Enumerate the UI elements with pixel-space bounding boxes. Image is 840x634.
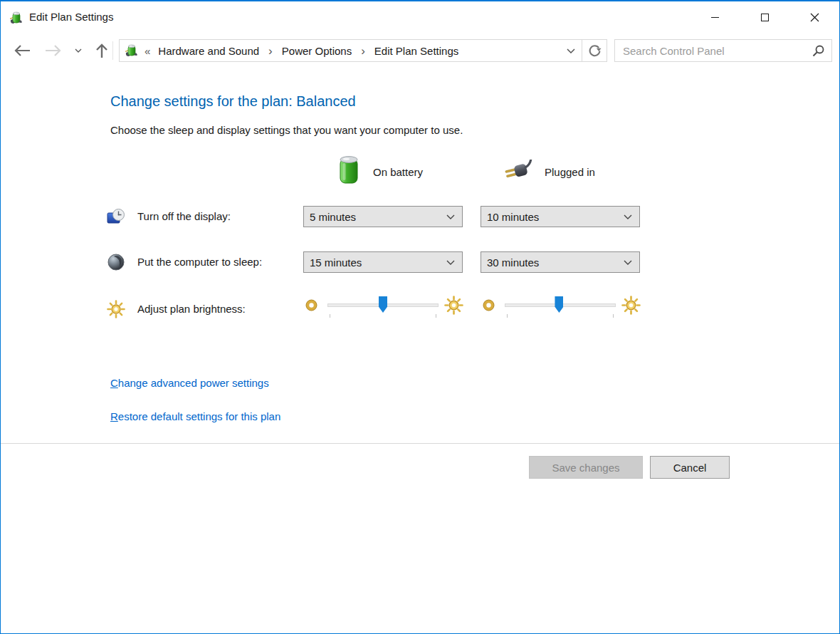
forward-arrow-icon — [44, 44, 63, 57]
slider-tick — [436, 314, 436, 318]
refresh-icon — [588, 44, 602, 58]
brightness-slider-on-battery — [303, 292, 474, 322]
display-plugged-in-select[interactable]: 10 minutes — [481, 206, 640, 227]
brightness-low-icon — [481, 298, 496, 313]
brightness-high-icon — [621, 296, 641, 315]
setting-label-sleep: Put the computer to sleep: — [137, 256, 262, 268]
breadcrumb-item-power-options[interactable]: Power Options — [279, 45, 355, 57]
brightness-slider-thumb-on-battery[interactable] — [379, 296, 387, 313]
close-icon — [810, 13, 819, 22]
navigation-bar: « Hardware and Sound › Power Options › E… — [1, 34, 839, 67]
maximize-button[interactable] — [740, 1, 789, 33]
setting-row-sleep: Put the computer to sleep: 15 minutes 30… — [1, 251, 839, 276]
window-controls — [690, 1, 839, 33]
back-arrow-icon — [13, 44, 31, 57]
search-box — [614, 39, 832, 62]
chevron-down-icon — [446, 260, 455, 265]
breadcrumb-item-edit-plan-settings[interactable]: Edit Plan Settings — [372, 45, 461, 57]
column-header-plugged-in: Plugged in — [545, 166, 595, 178]
moon-icon — [107, 253, 125, 271]
setting-row-brightness: Adjust plan brightness: — [1, 289, 839, 322]
minimize-button[interactable] — [690, 1, 740, 33]
address-dropdown-button[interactable] — [560, 40, 582, 61]
setting-row-display: Turn off the display: 5 minutes 10 minut… — [1, 206, 839, 230]
sleep-on-battery-select[interactable]: 15 minutes — [303, 251, 463, 273]
battery-icon — [338, 154, 359, 185]
recent-pages-button[interactable] — [70, 34, 86, 67]
maximize-icon — [761, 14, 769, 21]
sleep-plugged-in-select[interactable]: 30 minutes — [481, 251, 640, 273]
page-title: Change settings for the plan: Balanced — [110, 93, 356, 110]
brightness-slider-thumb-plugged-in[interactable] — [555, 296, 563, 313]
restore-default-settings-link[interactable]: Restore default settings for this plan — [110, 410, 280, 422]
sun-icon — [107, 300, 125, 318]
display-clock-icon — [107, 207, 125, 226]
display-on-battery-select[interactable]: 5 minutes — [303, 206, 463, 227]
window-title: Edit Plan Settings — [29, 11, 113, 23]
brightness-slider-plugged-in — [481, 292, 651, 322]
up-arrow-icon — [95, 42, 108, 59]
cancel-button[interactable]: Cancel — [650, 456, 730, 479]
title-bar: Edit Plan Settings — [1, 1, 839, 34]
footer-divider — [1, 443, 839, 444]
back-button[interactable] — [6, 34, 38, 67]
up-button[interactable] — [89, 34, 115, 67]
breadcrumb-item-hardware-and-sound[interactable]: Hardware and Sound — [155, 45, 262, 57]
power-plan-location-icon — [124, 43, 138, 58]
chevron-down-icon — [75, 48, 82, 53]
save-changes-button[interactable]: Save changes — [529, 456, 643, 479]
forward-button[interactable] — [38, 34, 69, 67]
chevron-down-icon — [624, 260, 632, 265]
slider-tick — [613, 314, 614, 318]
page-subtitle: Choose the sleep and display settings th… — [110, 124, 463, 136]
brightness-high-icon — [444, 296, 463, 315]
breadcrumb-separator-icon: › — [355, 45, 372, 57]
minimize-icon — [711, 17, 719, 18]
chevron-down-icon — [446, 214, 455, 219]
column-header-on-battery: On battery — [373, 166, 423, 178]
close-button[interactable] — [789, 1, 839, 33]
chevron-down-icon — [624, 214, 632, 219]
slider-tick — [330, 314, 330, 318]
change-advanced-power-settings-link[interactable]: Change advanced power settings — [110, 377, 269, 389]
address-bar[interactable]: « Hardware and Sound › Power Options › E… — [119, 39, 607, 62]
breadcrumb-overflow-icon[interactable]: « — [145, 45, 150, 57]
breadcrumb-separator-icon: › — [262, 45, 279, 57]
brightness-low-icon — [304, 298, 319, 313]
refresh-button[interactable] — [582, 40, 607, 61]
slider-tick — [507, 314, 508, 318]
plug-icon — [502, 160, 537, 181]
nav-separator — [112, 41, 113, 60]
search-input[interactable] — [615, 45, 812, 57]
chevron-down-icon — [567, 48, 575, 53]
setting-label-display: Turn off the display: — [137, 210, 231, 222]
search-icon[interactable] — [812, 45, 824, 57]
setting-label-brightness: Adjust plan brightness: — [137, 303, 246, 315]
edit-plan-settings-window: Edit Plan Settings — [0, 0, 840, 634]
power-plan-app-icon — [9, 11, 23, 25]
